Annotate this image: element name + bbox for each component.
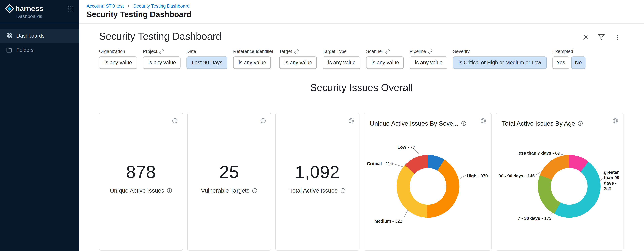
sidebar-item-label: Dashboards — [16, 33, 44, 39]
dashboard-title: Security Testing Dashboard — [99, 30, 222, 42]
filter-severity-value[interactable]: is Critical or High or Medium or Low — [453, 56, 546, 69]
sidebar-item-folders[interactable]: Folders — [0, 43, 79, 57]
breadcrumb: Account: STO test Security Testing Dashb… — [86, 3, 644, 8]
severity-donut-chart[interactable] — [396, 155, 459, 218]
globe-icon — [480, 118, 486, 124]
filter-target-value[interactable]: is any value — [279, 56, 317, 69]
filter-project-value[interactable]: is any value — [143, 56, 180, 69]
segment-label-high: High - 370 — [467, 173, 488, 179]
filter-label: Pipeline — [410, 49, 447, 54]
close-icon[interactable] — [582, 34, 589, 40]
filter-target: Target is any value — [279, 49, 317, 69]
filter-label: Reference Identifier — [233, 49, 273, 54]
link-icon — [294, 49, 298, 54]
filter-target-type: Target Type is any value — [323, 49, 360, 69]
main-area: Account: STO test Security Testing Dashb… — [79, 0, 644, 251]
filter-reference-identifier: Reference Identifier is any value — [233, 49, 273, 69]
link-icon — [160, 49, 164, 54]
filter-label: Scanner — [366, 49, 404, 54]
filter-date-value[interactable]: Last 90 Days — [186, 56, 227, 69]
filter-severity: Severity is Critical or High or Medium o… — [453, 49, 546, 69]
filter-label: Severity — [453, 49, 546, 54]
filter-pipeline: Pipeline is any value — [410, 49, 447, 69]
sidebar-header: harness Dashboards — [0, 0, 79, 23]
app-window: harness Dashboards — [0, 0, 644, 251]
tiles-row: 878 Unique Active Issues 25 Vulnerable T… — [79, 94, 644, 251]
info-icon[interactable] — [252, 188, 257, 193]
segment-label-7-30: 7 - 30 days - 173 — [518, 216, 552, 221]
filter-label: Exempted — [552, 49, 586, 54]
filter-project: Project is any value — [143, 49, 180, 69]
breadcrumb-dashboard-link[interactable]: Security Testing Dashboard — [133, 3, 190, 8]
link-icon — [428, 49, 432, 54]
sidebar-item-label: Folders — [16, 47, 34, 53]
severity-donut-area: Low - 77 Critical - 116 High - 370 Mediu… — [364, 128, 491, 240]
filter-reference-identifier-value[interactable]: is any value — [233, 56, 271, 69]
module-grid-icon[interactable] — [68, 6, 74, 12]
filter-label: Date — [186, 49, 227, 54]
globe-icon — [260, 118, 266, 124]
segment-label-medium: Medium - 322 — [374, 219, 402, 224]
tile-value: 878 — [126, 162, 156, 182]
globe-icon — [172, 118, 178, 124]
tile-total-active-issues: 1,092 Total Active Issues — [275, 113, 359, 251]
tile-unique-active-issues: 878 Unique Active Issues — [99, 113, 183, 251]
filter-date: Date Last 90 Days — [186, 49, 227, 69]
filter-label: Target Type — [323, 49, 360, 54]
tile-value: 25 — [219, 162, 239, 182]
tile-title: Vulnerable Targets — [201, 187, 250, 194]
segment-label-30-90: 30 - 90 days - 146 — [498, 173, 535, 179]
harness-logo-icon[interactable] — [5, 4, 14, 13]
filter-bar: Organization is any value Project is any… — [79, 42, 644, 69]
filter-scanner-value[interactable]: is any value — [366, 56, 404, 69]
chart-title: Total Active Issues By Age — [502, 120, 575, 127]
sidebar: harness Dashboards — [0, 0, 79, 251]
info-icon[interactable] — [340, 188, 346, 193]
filter-icon[interactable] — [598, 34, 605, 40]
filter-exempted-no[interactable]: No — [571, 56, 586, 69]
info-icon[interactable] — [578, 121, 583, 126]
filter-label: Organization — [99, 49, 137, 54]
filter-label: Target — [279, 49, 317, 54]
filter-organization-value[interactable]: is any value — [99, 56, 137, 69]
chart-title: Unique Active Issues By Seve... — [370, 120, 458, 127]
info-icon[interactable] — [461, 121, 466, 126]
age-donut-chart[interactable] — [538, 155, 600, 218]
brand-name: harness — [16, 4, 43, 13]
sidebar-item-dashboards[interactable]: Dashboards — [0, 29, 79, 43]
link-icon — [385, 49, 390, 54]
page-title: Security Testing Dashboard — [86, 10, 644, 19]
tile-title: Unique Active Issues — [110, 187, 164, 194]
filter-organization: Organization is any value — [99, 49, 137, 69]
filter-label: Project — [143, 49, 180, 54]
dashboards-grid-icon — [6, 33, 12, 39]
breadcrumb-account-link[interactable]: Account: STO test — [86, 3, 124, 8]
donut-hole — [410, 168, 446, 205]
chevron-right-icon — [126, 4, 130, 8]
tile-value: 1,092 — [295, 162, 340, 182]
section-title: Security Issues Overall — [79, 81, 644, 94]
dashboard-actions — [582, 34, 620, 40]
segment-label-less-than-7: less than 7 days - 80 — [518, 150, 560, 156]
segment-label-low: Low - 77 — [398, 145, 415, 150]
tile-vulnerable-targets: 25 Vulnerable Targets — [187, 113, 271, 251]
age-donut-area: less than 7 days - 80 30 - 90 days - 146… — [496, 128, 623, 240]
filter-scanner: Scanner is any value — [366, 49, 404, 69]
sidebar-nav: Dashboards Folders — [0, 29, 79, 57]
segment-label-critical: Critical - 116 — [367, 161, 393, 166]
more-options-icon[interactable] — [614, 34, 620, 40]
filter-exempted-yes[interactable]: Yes — [552, 56, 569, 69]
info-icon[interactable] — [167, 188, 172, 193]
tile-unique-issues-by-severity: Unique Active Issues By Seve... Low - 77… — [364, 113, 492, 251]
dashboard-content: Security Testing Dashboard — [79, 24, 644, 251]
globe-icon — [612, 118, 618, 124]
filter-target-type-value[interactable]: is any value — [323, 56, 360, 69]
product-name: Dashboards — [16, 14, 74, 19]
donut-hole — [551, 168, 588, 205]
globe-icon — [348, 118, 354, 124]
folder-icon — [6, 47, 12, 53]
filter-pipeline-value[interactable]: is any value — [410, 56, 447, 69]
segment-label-greater-than-90: greater than 90 days - 359 — [604, 170, 624, 191]
tile-title: Total Active Issues — [289, 187, 338, 194]
tile-total-issues-by-age: Total Active Issues By Age less than 7 d… — [496, 113, 624, 251]
